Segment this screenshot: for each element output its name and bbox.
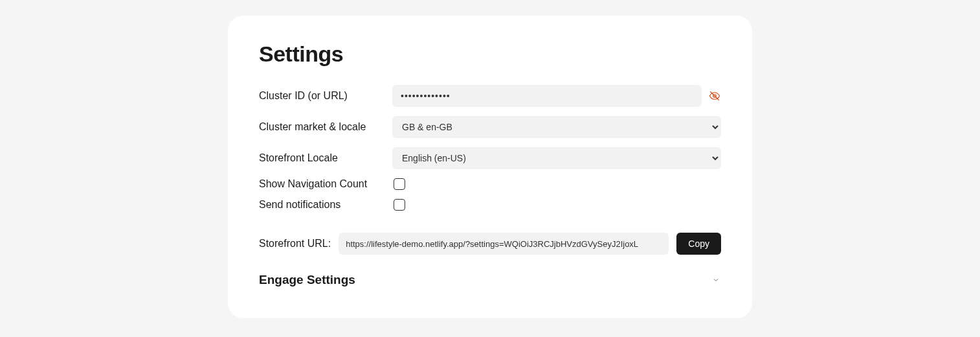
cluster-id-label: Cluster ID (or URL) — [259, 90, 392, 102]
engage-settings-title: Engage Settings — [259, 273, 355, 287]
settings-card: Settings Cluster ID (or URL) Cluster mar… — [228, 16, 752, 318]
show-nav-count-row: Show Navigation Count — [259, 178, 721, 190]
storefront-url-input[interactable] — [339, 233, 669, 255]
send-notifications-row: Send notifications — [259, 199, 721, 211]
market-locale-wrap: GB & en-GB — [392, 116, 721, 138]
copy-button[interactable]: Copy — [676, 233, 721, 255]
cluster-id-row: Cluster ID (or URL) — [259, 85, 721, 107]
show-nav-count-checkbox[interactable] — [394, 178, 405, 190]
engage-settings-header[interactable]: Engage Settings — [259, 273, 721, 287]
eye-hidden-icon[interactable] — [708, 89, 721, 102]
send-notifications-checkbox[interactable] — [394, 199, 405, 211]
send-notifications-label: Send notifications — [259, 199, 392, 211]
storefront-url-row: Storefront URL: Copy — [259, 233, 721, 255]
chevron-down-icon — [711, 275, 721, 285]
storefront-locale-label: Storefront Locale — [259, 152, 392, 164]
cluster-id-wrap — [392, 85, 721, 107]
show-nav-count-label: Show Navigation Count — [259, 178, 392, 190]
cluster-id-input[interactable] — [392, 85, 702, 107]
send-notifications-wrap — [392, 199, 721, 211]
market-locale-row: Cluster market & locale GB & en-GB — [259, 116, 721, 138]
storefront-url-label: Storefront URL: — [259, 238, 331, 250]
market-locale-label: Cluster market & locale — [259, 121, 392, 133]
market-locale-select[interactable]: GB & en-GB — [392, 116, 721, 138]
storefront-locale-select[interactable]: English (en-US) — [392, 147, 721, 169]
page-title: Settings — [259, 41, 721, 67]
storefront-locale-wrap: English (en-US) — [392, 147, 721, 169]
storefront-locale-row: Storefront Locale English (en-US) — [259, 147, 721, 169]
show-nav-count-wrap — [392, 178, 721, 190]
